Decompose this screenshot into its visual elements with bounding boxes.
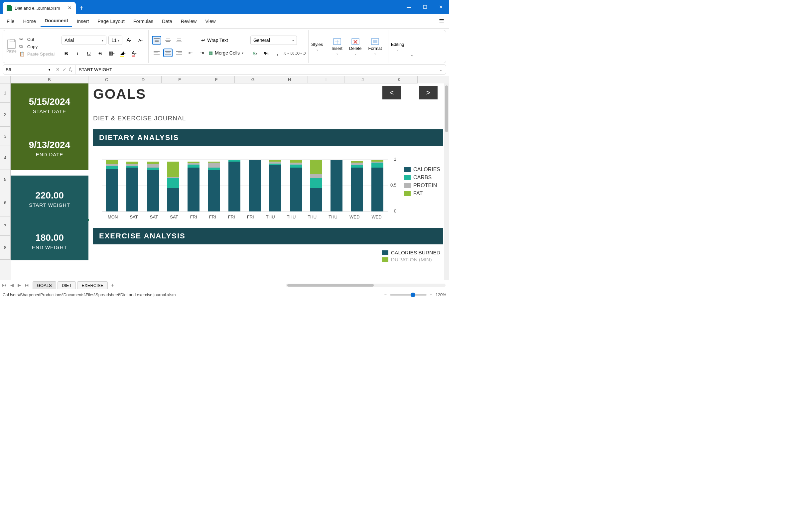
menu-home[interactable]: Home [19, 16, 40, 26]
wrap-text-button[interactable]: ↩Wrap Text [201, 38, 228, 43]
col-header-G[interactable]: G [235, 76, 271, 83]
row-header-1[interactable]: 1 [0, 83, 11, 103]
x-tick-label: THU [328, 214, 338, 220]
document-tab[interactable]: Diet and e...ournal.xlsm ✕ [3, 2, 76, 14]
strikethrough-button[interactable]: S [95, 49, 105, 58]
delete-button[interactable]: Delete⌄ [346, 38, 364, 55]
vertical-scrollbar[interactable] [444, 83, 449, 280]
tab-nav-last-icon[interactable]: ⏭ [23, 283, 31, 288]
col-header-E[interactable]: E [162, 76, 198, 83]
decrease-indent-button[interactable]: ⇤ [186, 49, 195, 57]
sheet-canvas[interactable]: GOALS < > DIET & EXERCISE JOURNAL DIETAR… [11, 83, 444, 280]
styles-button[interactable]: Styles⌄ [308, 30, 325, 63]
col-header-C[interactable]: C [89, 76, 125, 83]
nav-next-button[interactable]: > [419, 86, 438, 99]
editing-button[interactable]: Editing⌄ [388, 30, 407, 63]
sheet-tab-exercise[interactable]: EXERCISE [77, 281, 108, 289]
select-all-corner[interactable] [0, 76, 11, 83]
fx-icon[interactable]: fx [69, 66, 73, 73]
increase-indent-button[interactable]: ⇥ [197, 49, 207, 57]
zoom-out-button[interactable]: − [384, 292, 386, 297]
col-header-J[interactable]: J [344, 76, 381, 83]
expand-formula-bar-icon[interactable]: ⌄ [436, 67, 446, 72]
align-bottom-button[interactable] [174, 36, 184, 44]
increase-font-button[interactable]: A▴ [125, 36, 134, 44]
decrease-font-button[interactable]: A▾ [136, 36, 145, 44]
font-color-button[interactable]: A▾ [129, 49, 139, 58]
font-name-select[interactable]: Arial▾ [61, 36, 107, 45]
row-header-7[interactable]: 7 [0, 216, 11, 236]
row-header-3[interactable]: 3 [0, 127, 11, 146]
comma-button[interactable]: , [273, 49, 282, 58]
align-middle-button[interactable] [163, 36, 173, 44]
tab-nav-prev-icon[interactable]: ◀ [8, 283, 16, 288]
percent-button[interactable]: % [262, 49, 271, 58]
zoom-slider[interactable] [390, 294, 426, 296]
formula-input[interactable]: START WEIGHT [75, 67, 436, 72]
align-right-button[interactable] [174, 49, 184, 57]
name-box[interactable]: B6▾ [3, 67, 53, 72]
decrease-decimal-button[interactable]: .00→.0 [296, 49, 305, 58]
increase-decimal-button[interactable]: .0→.00 [284, 49, 293, 58]
fill-color-button[interactable]: ◢▾ [118, 49, 127, 58]
col-header-B[interactable]: B [11, 76, 89, 83]
row-header-5[interactable]: 5 [0, 170, 11, 189]
chart-bar [351, 161, 363, 211]
align-center-button[interactable] [163, 49, 173, 57]
paste-button[interactable]: Paste [6, 40, 19, 54]
font-group: Arial▾ 11▾ A▴ A▾ B I U S ▦▾ ◢▾ A▾ [58, 30, 149, 63]
menu-formulas[interactable]: Formulas [129, 16, 157, 26]
col-header-H[interactable]: H [271, 76, 308, 83]
col-header-I[interactable]: I [308, 76, 344, 83]
add-sheet-button[interactable]: + [108, 282, 117, 288]
page-title: GOALS [93, 86, 146, 102]
bold-button[interactable]: B [61, 49, 71, 58]
row-header-6[interactable]: 6 [0, 189, 11, 216]
menu-document[interactable]: Document [41, 15, 72, 27]
format-button[interactable]: Format⌄ [365, 38, 384, 55]
new-tab-button[interactable]: + [76, 2, 87, 14]
col-header-D[interactable]: D [125, 76, 162, 83]
row-header-8[interactable]: 8 [0, 236, 11, 260]
tab-close-icon[interactable]: ✕ [68, 5, 72, 11]
italic-button[interactable]: I [73, 49, 82, 58]
tab-nav-next-icon[interactable]: ▶ [16, 283, 23, 288]
font-size-select[interactable]: 11▾ [108, 36, 122, 45]
merge-cells-button[interactable]: ▦Merge Cells▾ [208, 50, 243, 56]
horizontal-scrollbar[interactable] [286, 284, 445, 287]
menu-review[interactable]: Review [177, 16, 201, 26]
currency-button[interactable]: $▾ [250, 49, 260, 58]
hamburger-icon[interactable]: ☰ [437, 16, 446, 27]
window-close-button[interactable]: ✕ [433, 0, 449, 14]
collapse-ribbon-button[interactable]: ⌃ [407, 51, 417, 63]
nav-prev-button[interactable]: < [382, 86, 401, 99]
menu-file[interactable]: File [3, 16, 18, 26]
window-maximize-button[interactable]: ☐ [417, 0, 433, 14]
chart-bar [126, 162, 138, 211]
sheet-tab-goals[interactable]: GOALS [33, 281, 56, 289]
menu-insert[interactable]: Insert [73, 16, 93, 26]
cut-button[interactable]: ✂Cut [19, 37, 55, 42]
menu-data[interactable]: Data [158, 16, 176, 26]
menu-page-layout[interactable]: Page Layout [93, 16, 128, 26]
insert-button[interactable]: Insert⌄ [329, 38, 345, 55]
window-minimize-button[interactable]: — [401, 0, 417, 14]
row-header-2[interactable]: 2 [0, 103, 11, 127]
align-left-button[interactable] [152, 49, 161, 57]
chart-bar [167, 162, 179, 211]
number-format-select[interactable]: General▾ [250, 36, 297, 45]
row-header-4[interactable]: 4 [0, 146, 11, 170]
menu-view[interactable]: View [201, 16, 220, 26]
zoom-in-button[interactable]: + [430, 292, 432, 297]
align-top-button[interactable] [152, 36, 161, 44]
tab-nav-first-icon[interactable]: ⏮ [0, 283, 8, 288]
sheet-tab-diet[interactable]: DIET [58, 281, 76, 289]
cancel-formula-icon[interactable]: ✕ [56, 67, 60, 72]
col-header-K[interactable]: K [381, 76, 418, 83]
col-header-F[interactable]: F [198, 76, 235, 83]
legend-swatch [404, 183, 411, 188]
accept-formula-icon[interactable]: ✓ [62, 67, 66, 72]
copy-button[interactable]: ⧉Copy [19, 44, 55, 49]
underline-button[interactable]: U [84, 49, 93, 58]
borders-button[interactable]: ▦▾ [107, 49, 116, 58]
